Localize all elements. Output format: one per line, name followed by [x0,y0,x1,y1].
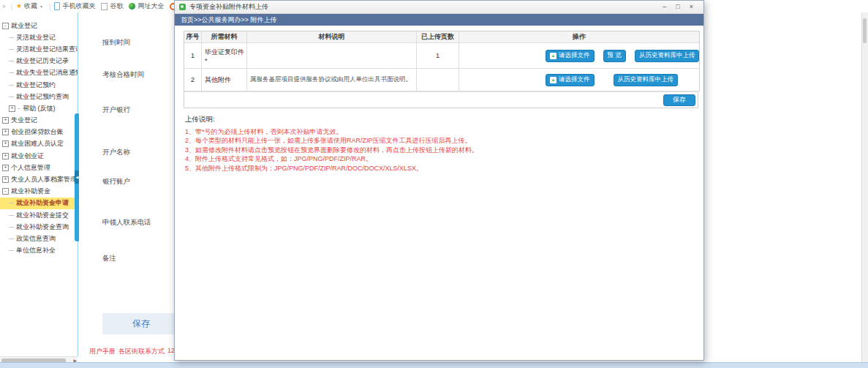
sidebar-item[interactable]: 就业登记预约 [0,79,78,91]
material-name: 其他附件 [202,69,247,91]
choose-file-button[interactable]: ▲ 请选择文件 [546,74,595,86]
expand-icon[interactable] [2,140,9,147]
sidebar-item-label: 就业登记历史记录 [16,56,69,66]
dialog-titlebar: 专项资金补贴附件材料上传 – □ × [175,1,703,14]
form-label: 银行账户 [102,177,130,187]
maximize-button[interactable]: □ [676,4,679,10]
sidebar-item[interactable]: 帮助 (反馈) [0,102,78,114]
row-number: 2 [184,69,202,91]
tree-branch-line [9,97,14,97]
tree-branch-line [9,239,14,239]
sidebar-item-label: 失业人员人事档案管理 [11,175,77,184]
expand-icon[interactable] [2,117,9,124]
expand-icon[interactable] [2,176,9,183]
uploaded-pages [417,69,459,91]
minimize-button[interactable]: – [663,4,666,10]
form-label: 备注 [102,254,116,263]
uploaded-pages: 1 [417,43,459,69]
toolbar-separator: | [49,3,50,10]
mobile-favorites-label: 手机收藏夹 [62,1,95,11]
vertical-scrollbar[interactable] [861,12,868,362]
toolbar-separator: | [11,3,12,10]
sidebar-item[interactable]: 就业登记历史记录 [0,56,78,67]
sidebar-item[interactable]: 就业困难人员认定 [0,138,78,150]
footer-link[interactable]: 用户手册 [89,347,116,356]
column-header: 序号 [184,31,202,43]
sidebar-item[interactable]: 失业登记 [0,115,78,127]
upload-instructions: 上传说明: 1、带*号的为必须上传材料，否则本次补贴申请无效。 2、每个类型的材… [184,115,697,173]
expand-icon[interactable] [2,153,9,159]
sidebar-item[interactable]: 灵活就业登记结果查询 [0,43,78,55]
sidebar-item[interactable]: 创业担保贷款台账 [0,127,78,138]
preview-button[interactable]: 预 览 [603,50,626,62]
column-header: 操作 [459,31,699,43]
sidebar-item[interactable]: 就业补助资金查询 [0,221,78,233]
form-label: 申领人联系电话 [102,218,151,228]
chevron-down-icon[interactable]: ▾ [40,4,42,9]
sidebar-item[interactable]: 就业补助资金申请 [0,198,78,209]
mobile-favorites-button[interactable]: 手机收藏夹 [54,1,95,11]
expand-icon[interactable] [2,188,9,195]
bottom-scrollbar[interactable] [0,362,868,368]
form-label: 开户银行 [102,105,130,115]
sidebar-item-label: 创业担保贷款台账 [11,127,64,137]
sidebar-item-label: 就业登记预约查询 [16,92,69,102]
tree-branch-line [9,85,14,86]
sidebar-item[interactable]: 个人信息管理 [0,162,78,173]
dialog-title: 专项资金补贴附件材料上传 [189,2,268,12]
row-actions: ▲ 请选择文件 从历史资料库中上传 [459,69,699,91]
sidebar-item[interactable]: 就业补助资金提交 [0,209,78,221]
sidebar: 就业登记 灵活就业登记 灵活就业登记结果查询 就业登记历史 [0,12,78,356]
expand-icon[interactable] [9,105,15,112]
sites-label: 网址大全 [137,1,164,11]
choose-file-button[interactable]: ▲ 请选择文件 [546,50,595,62]
instruction-line: 5、其他附件上传格式限制为：JPG/PNG/PDF/ZIP/RAR/DOC/DO… [185,164,697,173]
choose-file-label: 请选择文件 [559,51,590,60]
table-row: 1 毕业证复印件 * 1 ▲ 请选择文件 预 览 从历史资料库中上传 [184,43,699,69]
sidebar-item[interactable]: 就业失业登记消息通知 [0,67,78,79]
save-button[interactable]: 保存 [102,313,180,334]
material-name: 毕业证复印件 * [202,43,247,69]
footer-link[interactable]: 各区街联系方式 [118,347,165,356]
dialog-favicon [179,4,186,10]
close-button[interactable]: × [690,4,693,10]
sites-bookmark[interactable]: 网址大全 [129,1,164,11]
upload-dialog: 专项资金补贴附件材料上传 – □ × 首页>>公共服务网办>> 附件上传 序号 … [174,0,704,361]
form-label: 开户名称 [102,148,130,157]
sidebar-tree: 就业登记 灵活就业登记 灵活就业登记结果查询 就业登记历史 [0,12,78,257]
sidebar-item-label: 灵活就业登记 [16,33,56,42]
google-bookmark[interactable]: 谷歌 [101,1,123,11]
star-icon: ★ [16,3,22,10]
scrollbar-thumb[interactable] [863,18,867,43]
google-label: 谷歌 [110,1,123,11]
sidebar-item[interactable]: 政策信息查询 [0,233,78,244]
table-header-row: 序号 所需材料 材料说明 已上传页数 操作 [184,31,699,43]
materials-table: 序号 所需材料 材料说明 已上传页数 操作 1 毕业证复印件 * 1 ▲ 请选择… [184,31,700,91]
sidebar-item[interactable]: 就业补助资金 [0,186,78,198]
sidebar-item[interactable]: 失业人员人事档案管理 [0,173,78,185]
instructions-title: 上传说明: [185,115,697,124]
sidebar-item[interactable]: 单位信息补全 [0,245,78,257]
sidebar-item[interactable]: 就业登记 [0,20,78,31]
sidebar-item-label: 单位信息补全 [16,246,56,255]
column-header: 所需材料 [202,31,247,43]
expand-icon[interactable] [2,23,9,29]
expand-icon[interactable] [2,165,9,171]
chevron-icon[interactable]: > [2,3,6,10]
material-description [247,43,417,69]
globe-icon [129,3,135,10]
sidebar-item[interactable]: 就业创业证 [0,150,78,162]
history-upload-button[interactable]: 从历史资料库中上传 [635,50,699,62]
favorites-button[interactable]: ★ 收藏 ▾ [16,1,42,11]
sidebar-item-label: 就业补助资金提交 [16,211,69,220]
tree-branch-line [9,215,14,216]
page-icon [101,3,107,10]
history-upload-button[interactable]: 从历史资料库中上传 [614,74,679,86]
expand-icon[interactable] [2,129,9,135]
dialog-save-button[interactable]: 保存 [663,94,695,106]
sidebar-item[interactable]: 就业登记预约查询 [0,91,78,102]
sidebar-item[interactable]: 灵活就业登记 [0,31,78,43]
tree-branch-line [9,227,14,228]
sidebar-item-label: 就业补助资金 [11,187,50,196]
instruction-line: 2、每个类型的材料只能上传一张，如需上传多张请使用RAR/ZIP压缩文件工具进行… [185,136,697,145]
